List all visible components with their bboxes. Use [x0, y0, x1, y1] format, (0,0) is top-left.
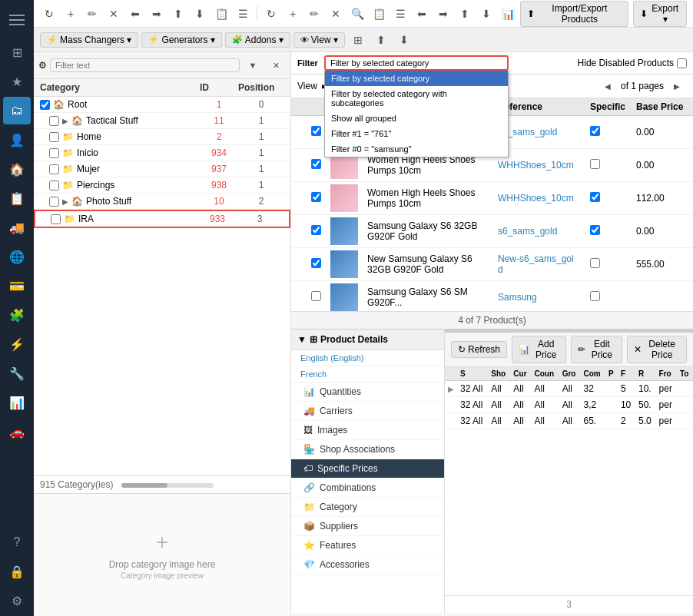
category-filter-input[interactable] — [50, 58, 240, 72]
menu-item-images[interactable]: 🖼 Images — [291, 421, 444, 440]
row-check[interactable] — [307, 149, 326, 182]
pricing-row[interactable]: 32 All All All All All 65. 2 5.0 per — [445, 413, 693, 429]
nav-home[interactable]: 🏠 — [3, 155, 31, 183]
category-checkbox[interactable] — [49, 116, 59, 126]
add-toolbar-icon[interactable]: + — [61, 4, 80, 24]
row-check[interactable] — [307, 182, 326, 215]
back-icon[interactable]: ⬅ — [126, 4, 144, 24]
copy-icon[interactable]: 📋 — [212, 4, 230, 24]
category-checkbox[interactable] — [49, 180, 59, 190]
row-specific[interactable] — [585, 281, 632, 312]
product-details-expand-icon[interactable]: ▼ — [297, 334, 307, 345]
nav-shipping[interactable]: 🚚 — [3, 214, 31, 241]
lang-english[interactable]: English (English) — [291, 350, 444, 366]
specific-checkbox[interactable] — [590, 192, 600, 202]
delete2-icon[interactable]: ✕ — [327, 4, 345, 24]
refresh2-icon[interactable]: ↻ — [262, 4, 280, 24]
add2-icon[interactable]: + — [284, 4, 302, 24]
category-filter-select[interactable]: Filter by selected category Filter by se… — [324, 55, 509, 71]
menu-item-quantities[interactable]: 📊 Quantities — [291, 383, 444, 402]
row-checkbox[interactable] — [311, 258, 321, 268]
nav-chart[interactable]: 📊 — [3, 389, 31, 416]
page-next-icon[interactable]: ▶ — [667, 76, 687, 96]
specific-checkbox[interactable] — [590, 126, 600, 136]
specific-checkbox[interactable] — [590, 225, 600, 235]
table-icon[interactable]: ⊞ — [348, 30, 368, 50]
row-checkbox[interactable] — [311, 291, 321, 301]
row-check[interactable] — [307, 215, 326, 248]
sort-up-icon[interactable]: ⬆ — [371, 30, 391, 50]
nav-lock[interactable]: 🔒 — [3, 558, 31, 585]
specific-checkbox[interactable] — [590, 258, 600, 268]
view-button[interactable]: 👁 View ▾ — [293, 32, 345, 48]
table-row[interactable]: New Samsung Galaxy S6 32GB G920F Gold Ne… — [291, 248, 693, 281]
menu-item-shop-associations[interactable]: 🏪 Shop Associations — [291, 440, 444, 459]
row-check[interactable] — [307, 281, 326, 312]
table-row[interactable]: Women High Heels Shoes Pumps 10cm WHHSho… — [291, 182, 693, 215]
sort-down-icon[interactable]: ⬇ — [394, 30, 414, 50]
image-drop-area[interactable]: + Drop category image here Category imag… — [34, 493, 290, 616]
refresh-toolbar-icon[interactable]: ↻ — [40, 4, 58, 24]
category-checkbox[interactable] — [49, 197, 59, 207]
row-specific[interactable] — [585, 248, 632, 281]
nav-payment[interactable]: 💳 — [3, 272, 31, 300]
edit-toolbar-icon[interactable]: ✏ — [83, 4, 101, 24]
category-checkbox[interactable] — [40, 100, 50, 110]
edit-price-button[interactable]: ✏ Edit Price — [571, 336, 622, 363]
dropdown-item-761[interactable]: Filter #1 = "761" — [325, 126, 508, 141]
row-checkbox[interactable] — [311, 126, 321, 136]
category-checkbox[interactable] — [49, 132, 59, 142]
menu-item-category[interactable]: 📁 Category — [291, 498, 444, 517]
row-specific[interactable] — [585, 215, 632, 248]
category-row[interactable]: 🏠 Root 1 0 — [34, 97, 290, 113]
addons-button[interactable]: 🧩 Addons ▾ — [225, 32, 290, 48]
menu-item-combinations[interactable]: 🔗 Combinations — [291, 479, 444, 498]
row-checkbox[interactable] — [311, 225, 321, 235]
nav-globe[interactable]: 🌐 — [3, 243, 31, 270]
nav-settings[interactable]: ⚙ — [3, 587, 31, 614]
grid-icon[interactable]: ☰ — [234, 4, 252, 24]
import-export-button[interactable]: ⬆ Import/Export Products — [520, 1, 628, 27]
nav-vehicle[interactable]: 🚗 — [3, 418, 31, 445]
refresh-button[interactable]: ↻ Refresh — [451, 341, 507, 358]
filter-apply-icon[interactable]: ▼ — [243, 55, 263, 75]
copy2-icon[interactable]: 📋 — [370, 4, 388, 24]
row-check[interactable] — [307, 248, 326, 281]
add-price-button[interactable]: 📊 Add Price — [512, 336, 566, 363]
nav-puzzle[interactable]: 🧩 — [3, 301, 31, 329]
expand-arrow-icon[interactable]: ▶ — [62, 117, 68, 125]
generators-button[interactable]: ⚡ Generators ▾ — [141, 32, 221, 48]
row-checkbox[interactable] — [311, 192, 321, 202]
dropdown-item-samsung[interactable]: Filter #0 = "samsung" — [325, 141, 508, 157]
dropdown-item-grouped[interactable]: Show all grouped — [325, 111, 508, 126]
delete-price-button[interactable]: ✕ Delete Price — [627, 336, 687, 363]
nav-dashboard[interactable]: ⊞ — [3, 38, 31, 66]
expand-arrow-icon[interactable]: ▶ — [62, 197, 68, 206]
category-row[interactable]: ▶ 🏠 Tactical Stuff 11 1 — [34, 113, 290, 129]
chart2-icon[interactable]: 📊 — [499, 4, 517, 24]
row-specific[interactable] — [585, 116, 632, 149]
category-row[interactable]: ▶ 🏠 Photo Stuff 10 2 — [34, 194, 290, 210]
nav-catalog[interactable]: 🗂 — [3, 97, 31, 124]
pricing-row[interactable]: ▶ 32 All All All All All 32 5 10. — [445, 381, 693, 397]
table-row[interactable]: Samsung Galaxy S6 32GB G920F Gold s6_sam… — [291, 215, 693, 248]
pricing-row[interactable]: 32 All All All All All 3,2 10 50. per — [445, 397, 693, 413]
category-row[interactable]: 📁 Inicio 934 1 — [34, 145, 290, 161]
hide-disabled-checkbox[interactable] — [677, 58, 687, 68]
up-icon[interactable]: ⬆ — [169, 4, 187, 24]
arrow-left2-icon[interactable]: ⬅ — [413, 4, 431, 24]
row-specific[interactable] — [585, 182, 632, 215]
edit2-icon[interactable]: ✏ — [305, 4, 323, 24]
category-row[interactable]: 📁 Mujer 937 1 — [34, 161, 290, 177]
nav-star[interactable]: ★ — [3, 68, 31, 95]
nav-users[interactable]: 👤 — [3, 126, 31, 154]
table-row[interactable]: Samsung Galaxy S6 SM G920F... Samsung — [291, 281, 693, 312]
search-icon[interactable]: 🔍 — [348, 4, 366, 24]
arrow-up2-icon[interactable]: ⬆ — [456, 4, 474, 24]
category-checkbox[interactable] — [49, 164, 59, 174]
page-prev-icon[interactable]: ◀ — [598, 76, 618, 96]
hamburger-menu-button[interactable] — [3, 6, 31, 34]
category-row-ira[interactable]: 📁 IRA 933 3 — [34, 210, 290, 228]
arrow-right2-icon[interactable]: ➡ — [434, 4, 453, 24]
menu-item-carriers[interactable]: 🚚 Carriers — [291, 402, 444, 421]
